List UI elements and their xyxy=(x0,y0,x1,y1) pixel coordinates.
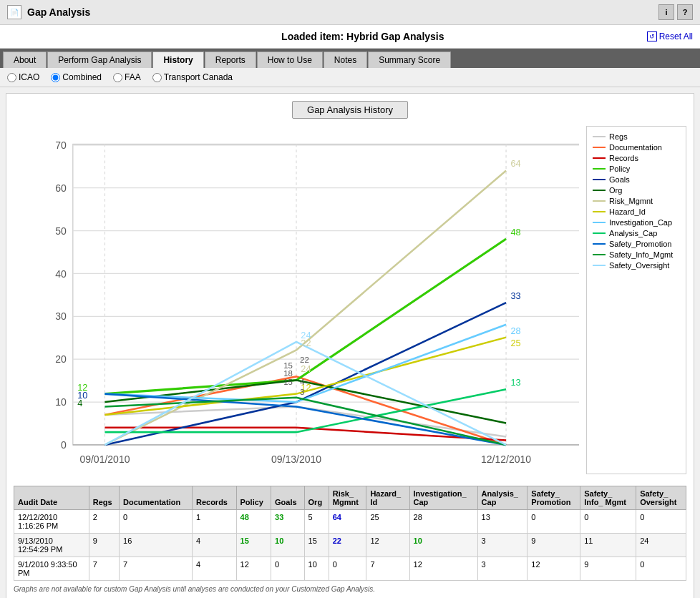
legend-risk-mgmnt: Risk_Mgmnt xyxy=(593,197,680,205)
svg-text:28: 28 xyxy=(510,325,520,336)
svg-text:09/01/2010: 09/01/2010 xyxy=(79,454,130,465)
legend-safety-oversight: Safety_Oversight xyxy=(593,261,680,270)
svg-text:25: 25 xyxy=(510,338,520,348)
cell-hazard-1: 25 xyxy=(366,510,409,534)
tab-summary[interactable]: Summary Score xyxy=(368,52,451,68)
cell-org-1: 5 xyxy=(304,510,329,534)
legend-color-records xyxy=(593,157,606,159)
tab-history[interactable]: History xyxy=(152,52,203,68)
tabs-bar: About Perform Gap Analysis History Repor… xyxy=(0,49,700,68)
legend-goals: Goals xyxy=(593,175,680,184)
cell-org-2: 15 xyxy=(304,534,329,557)
app-title: Gap Analysis xyxy=(27,6,90,18)
cell-regs-1: 2 xyxy=(89,510,119,534)
col-header-org: Org xyxy=(304,486,329,510)
table-row: 12/12/20101:16:26 PM 2 0 1 48 33 5 64 25… xyxy=(14,510,686,534)
cell-policy-3: 12 xyxy=(236,557,271,581)
radio-faa[interactable] xyxy=(113,73,122,82)
col-header-hazard-id: Hazard_Id xyxy=(366,486,409,510)
svg-text:24: 24 xyxy=(301,330,311,340)
col-header-policy: Policy xyxy=(236,486,271,510)
main-content: Gap Analysis History xyxy=(6,93,694,598)
radio-combined[interactable] xyxy=(51,73,60,82)
legend-org: Org xyxy=(593,186,680,195)
chart-title-box: Gap Analysis History xyxy=(292,101,408,119)
svg-text:48: 48 xyxy=(510,227,520,237)
app-icon: 📄 xyxy=(7,5,21,19)
reset-all-button[interactable]: ↺ Reset All xyxy=(647,31,693,41)
cell-regs-3: 7 xyxy=(89,557,119,581)
table-section: Audit Date Regs Documentation Records Po… xyxy=(14,486,686,581)
legend-color-analysis xyxy=(593,232,606,234)
cell-date-1: 12/12/20101:16:26 PM xyxy=(14,510,89,534)
svg-text:15: 15 xyxy=(283,378,293,386)
cell-safinfo-3: 9 xyxy=(580,557,636,581)
cell-date-3: 9/1/2010 9:33:50PM xyxy=(14,557,89,581)
cell-ana-2: 3 xyxy=(477,534,528,557)
cell-doc-3: 7 xyxy=(120,557,193,581)
table-row: 9/1/2010 9:33:50PM 7 7 4 12 0 10 0 7 12 … xyxy=(14,557,686,581)
legend-color-documentation xyxy=(593,147,606,148)
tab-about[interactable]: About xyxy=(3,52,47,68)
chart-area: 0 10 20 30 40 50 60 70 09/01/2010 09/13/… xyxy=(14,126,686,474)
info-icon[interactable]: i xyxy=(658,4,674,20)
corner-icons: i ? xyxy=(658,4,693,20)
cell-safprom-3: 12 xyxy=(528,557,580,581)
svg-text:13: 13 xyxy=(510,377,520,388)
cell-policy-1: 48 xyxy=(236,510,271,534)
footer-note: Graphs are not available for custom Gap … xyxy=(14,585,686,593)
cell-safprom-1: 0 xyxy=(528,510,580,534)
legend-documentation: Documentation xyxy=(593,143,680,152)
radio-transport-label[interactable]: Transport Canada xyxy=(152,72,233,82)
title-bar: 📄 Gap Analysis i ? xyxy=(0,0,700,25)
cell-ana-3: 3 xyxy=(477,557,528,581)
tab-reports[interactable]: Reports xyxy=(205,52,256,68)
legend-color-safety-promotion xyxy=(593,243,606,245)
svg-text:33: 33 xyxy=(510,290,520,301)
tab-perform[interactable]: Perform Gap Analysis xyxy=(47,52,152,68)
svg-text:50: 50 xyxy=(55,225,67,237)
cell-org-3: 10 xyxy=(304,557,329,581)
radio-icao[interactable] xyxy=(7,73,16,82)
svg-text:4: 4 xyxy=(77,398,82,408)
svg-text:12/12/2010: 12/12/2010 xyxy=(481,454,531,465)
svg-text:18: 18 xyxy=(283,369,293,378)
col-header-audit-date: Audit Date xyxy=(14,486,89,510)
help-icon[interactable]: ? xyxy=(677,4,693,20)
svg-text:15: 15 xyxy=(283,361,293,370)
cell-policy-2: 15 xyxy=(236,534,271,557)
cell-safprom-2: 9 xyxy=(528,534,580,557)
svg-text:4: 4 xyxy=(300,378,305,386)
legend-color-policy xyxy=(593,168,606,170)
radio-transport-canada[interactable] xyxy=(152,73,162,82)
legend-safety-promotion: Safety_Promotion xyxy=(593,240,680,248)
cell-goals-1: 33 xyxy=(271,510,305,534)
svg-text:22: 22 xyxy=(300,356,309,364)
cell-goals-3: 0 xyxy=(271,557,305,581)
tab-howtouse[interactable]: How to Use xyxy=(257,52,323,68)
cell-risk-2: 22 xyxy=(329,534,366,557)
cell-inv-2: 10 xyxy=(409,534,477,557)
line-chart: 0 10 20 30 40 50 60 70 09/01/2010 09/13/… xyxy=(14,126,579,472)
svg-text:70: 70 xyxy=(55,139,67,151)
svg-text:24: 24 xyxy=(301,363,311,374)
svg-text:0: 0 xyxy=(61,439,67,451)
col-header-goals: Goals xyxy=(271,486,305,510)
chart-legend: Regs Documentation Records Policy Goals … xyxy=(586,126,686,474)
legend-investigation-cap: Investigation_Cap xyxy=(593,218,680,227)
legend-color-risk xyxy=(593,200,606,202)
legend-color-investigation xyxy=(593,222,606,223)
radio-icao-label[interactable]: ICAO xyxy=(7,72,39,82)
tab-notes[interactable]: Notes xyxy=(324,52,367,68)
cell-safinfo-2: 11 xyxy=(580,534,636,557)
radio-faa-label[interactable]: FAA xyxy=(113,72,141,82)
svg-text:09/13/2010: 09/13/2010 xyxy=(271,454,321,465)
cell-inv-1: 28 xyxy=(409,510,477,534)
legend-color-org xyxy=(593,190,606,191)
cell-hazard-2: 12 xyxy=(366,534,409,557)
radio-combined-label[interactable]: Combined xyxy=(51,72,102,82)
cell-goals-2: 10 xyxy=(271,534,305,557)
legend-analysis-cap: Analysis_Cap xyxy=(593,229,680,237)
cell-doc-2: 16 xyxy=(120,534,193,557)
svg-rect-0 xyxy=(73,144,579,444)
